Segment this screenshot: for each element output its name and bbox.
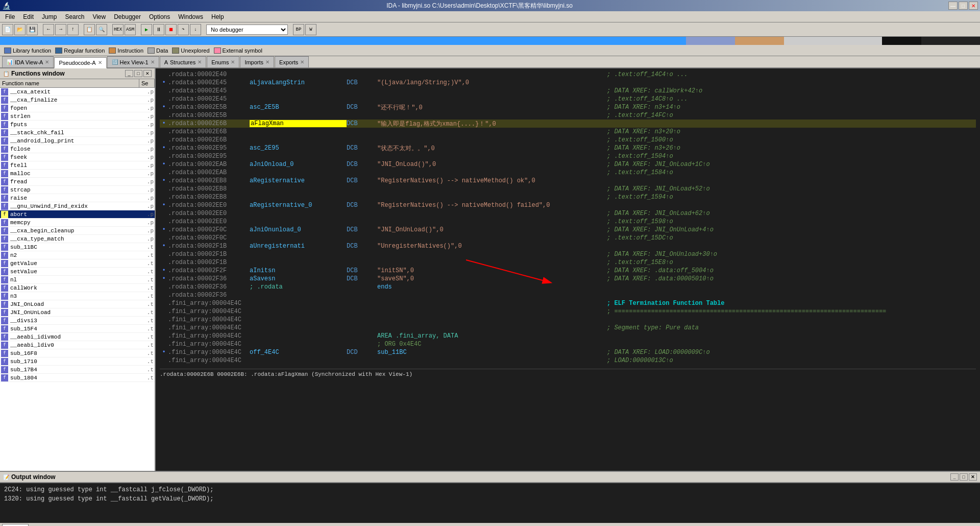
function-list-item[interactable]: fmemcpy.p <box>0 219 155 227</box>
function-list-item[interactable]: fsub_1710.t <box>0 357 155 366</box>
function-list-item[interactable]: fsub_1804.t <box>0 374 155 382</box>
function-list-item[interactable]: fgetValue.t <box>0 259 155 268</box>
function-list-item[interactable]: fraise.p <box>0 194 155 202</box>
function-list-item[interactable]: fn3.t <box>0 292 155 300</box>
asm-line[interactable]: .rodata:00002F1B; .text:off_15E8↑o <box>160 258 976 267</box>
asm-line[interactable]: •.rodata:00002F1BaUnregisternati DCB"Unr… <box>160 242 976 250</box>
function-list-item[interactable]: f__gnu_Unwind_Find_exidx.p <box>0 202 155 210</box>
asm-line[interactable]: .rodata:00002F0C; .text:off_15DC↑o <box>160 234 976 242</box>
asm-line[interactable]: .rodata:00002F1B; DATA XREF: JNI_OnUnloa… <box>160 250 976 258</box>
function-list-item[interactable]: fstrcap.p <box>0 186 155 194</box>
asm-line[interactable]: .rodata:00002E5B; .text:off_14FC↑o <box>160 111 976 119</box>
asm-line[interactable]: .rodata:00002F36 <box>160 291 976 299</box>
asm-line[interactable]: •.rodata:00002F0CaJniOnunload_0 DCB"JNI_… <box>160 226 976 234</box>
ida-view[interactable]: .rodata:00002E40; .text:off_14C4↑o ...•.… <box>156 68 980 471</box>
function-list-item[interactable]: ffputs.p <box>0 121 155 129</box>
output-panel-minimize[interactable]: _ <box>950 473 959 481</box>
toolbar-step-over[interactable]: ↷ <box>178 24 189 35</box>
function-list-item[interactable]: ffseek.p <box>0 153 155 161</box>
asm-line[interactable]: .rodata:00002EAB; .text:off_1584↑o <box>160 169 976 177</box>
functions-panel-minimize[interactable]: _ <box>125 70 133 77</box>
asm-line[interactable]: .rodata:00002E6B; .text:off_1500↑o <box>160 136 976 144</box>
toolbar-copy[interactable]: 📋 <box>84 24 95 35</box>
toolbar-up[interactable]: ↑ <box>67 24 79 35</box>
toolbar-save[interactable]: 💾 <box>27 24 38 35</box>
function-list-item[interactable]: f__divsi3.t <box>0 317 155 325</box>
asm-line[interactable]: .fini_array:00004E4CAREA .fini_array, DA… <box>160 332 976 340</box>
function-list-item[interactable]: ffopen.p <box>0 104 155 112</box>
function-list[interactable]: f__cxa_atexit.pf__cxa_finalize.pffopen.p… <box>0 88 155 471</box>
function-list-item[interactable]: fnl.t <box>0 276 155 284</box>
toolbar-step-into[interactable]: ↓ <box>190 24 201 35</box>
tab-ida-view[interactable]: 📊 IDA View-A ✕ <box>2 56 54 67</box>
function-list-item[interactable]: fftell.p <box>0 161 155 170</box>
toolbar-search[interactable]: 🔍 <box>96 24 107 35</box>
tab-hex-view[interactable]: 🔢 Hex View-1 ✕ <box>107 56 159 67</box>
asm-line[interactable]: •.fini_array:00004E4Coff_4E4C DCDsub_11B… <box>160 348 976 356</box>
asm-line[interactable]: .fini_array:00004E4C; ==================… <box>160 307 976 316</box>
tab-imports[interactable]: Imports ✕ <box>240 56 274 67</box>
tab-pseudocode-close[interactable]: ✕ <box>98 60 102 65</box>
asm-line[interactable]: .rodata:00002F36; .rodataends <box>160 283 976 291</box>
menu-search[interactable]: Search <box>62 12 87 21</box>
asm-line[interactable]: .rodata:00002EB8; .text:off_1594↑o <box>160 193 976 201</box>
toolbar-breakpoint[interactable]: BP <box>293 24 304 35</box>
asm-line[interactable]: •.rodata:00002E5Basc_2E5B DCB"还不行呢！",0; … <box>160 103 976 111</box>
toolbar-open[interactable]: 📂 <box>14 24 26 35</box>
toolbar-watch[interactable]: W <box>305 24 316 35</box>
asm-line[interactable]: •.rodata:00002EE0aRegisternative_0 DCB"R… <box>160 201 976 209</box>
menu-options[interactable]: Options <box>146 12 173 21</box>
toolbar-pause[interactable]: ⏸ <box>153 24 164 35</box>
menu-help[interactable]: Help <box>208 12 227 21</box>
asm-line[interactable]: •.rodata:00002E95asc_2E95 DCB"状态不太对。。",0… <box>160 144 976 152</box>
output-panel-close[interactable]: ✕ <box>969 473 977 481</box>
asm-line[interactable]: .fini_array:00004E4C; ELF Termination Fu… <box>160 299 976 307</box>
menu-view[interactable]: View <box>89 12 109 21</box>
tab-pseudocode[interactable]: Pseudocode-A ✕ <box>54 57 106 68</box>
function-list-item[interactable]: fsub_17B4.t <box>0 366 155 374</box>
maximize-button[interactable]: □ <box>959 2 968 10</box>
menu-debugger[interactable]: Debugger <box>111 12 144 21</box>
asm-line[interactable]: .fini_array:00004E4C <box>160 316 976 324</box>
function-list-item[interactable]: fmalloc.p <box>0 170 155 178</box>
toolbar-hex[interactable]: HEX <box>112 24 124 35</box>
tab-structures-close[interactable]: ✕ <box>198 59 202 65</box>
tab-structures[interactable]: A Structures ✕ <box>160 56 206 67</box>
menu-windows[interactable]: Windows <box>175 12 206 21</box>
function-list-item[interactable]: f__cxa_begin_cleanup.p <box>0 227 155 235</box>
output-panel-float[interactable]: □ <box>960 473 968 481</box>
function-list-item[interactable]: f__aeabi_ldiv0.t <box>0 341 155 349</box>
function-list-item[interactable]: fcallWork.t <box>0 284 155 292</box>
asm-line[interactable]: .rodata:00002EB8; DATA XREF: JNI_OnLoad+… <box>160 185 976 193</box>
toolbar-asm[interactable]: ASM <box>125 24 136 35</box>
asm-line[interactable]: .rodata:00002EE0; .text:off_1598↑o <box>160 218 976 226</box>
asm-line[interactable]: .rodata:00002E6B; DATA XREF: n3+20↑o <box>160 128 976 136</box>
function-list-item[interactable]: fsetValue.t <box>0 268 155 276</box>
function-list-item[interactable]: fsub_15F4.t <box>0 325 155 333</box>
tab-imports-close[interactable]: ✕ <box>265 59 270 65</box>
asm-line[interactable]: .rodata:00002EE0; DATA XREF: JNI_OnLoad+… <box>160 209 976 218</box>
asm-line[interactable]: .rodata:00002E45; .text:off_14C8↑o ... <box>160 95 976 103</box>
functions-panel-close[interactable]: ✕ <box>143 70 152 77</box>
function-list-item[interactable]: fJNI_OnLoad.t <box>0 300 155 308</box>
function-list-item[interactable]: ffclose.p <box>0 145 155 153</box>
asm-line[interactable]: .rodata:00002E45; DATA XREF: callWork+42… <box>160 87 976 95</box>
function-list-item[interactable]: f__android_log_print.p <box>0 137 155 145</box>
function-list-item[interactable]: fJNI_OnUnLoad.t <box>0 308 155 317</box>
function-list-item[interactable]: f__stack_chk_fail.p <box>0 129 155 137</box>
asm-line[interactable]: •.rodata:00002EB8aRegisternative DCB"Reg… <box>160 177 976 185</box>
tab-enums[interactable]: Enums ✕ <box>207 56 239 67</box>
function-list-item[interactable]: fstrlen.p <box>0 112 155 121</box>
output-tab-python[interactable]: Python <box>2 524 29 527</box>
function-list-item[interactable]: f__cxa_atexit.p <box>0 88 155 96</box>
asm-line[interactable]: •.rodata:00002F36aSavesn DCB"saveSN",0; … <box>160 275 976 283</box>
menu-jump[interactable]: Jump <box>39 12 60 21</box>
function-list-item[interactable]: fsub_16F8.t <box>0 349 155 357</box>
asm-line[interactable]: .rodata:00002E40; .text:off_14C4↑o ... <box>160 70 976 79</box>
asm-line[interactable]: •.rodata:00002EABaJniOnload_0 DCB"JNI_On… <box>160 160 976 169</box>
menu-file[interactable]: File <box>2 12 18 21</box>
tab-exports-close[interactable]: ✕ <box>300 59 304 65</box>
toolbar-run[interactable]: ▶ <box>141 24 152 35</box>
function-list-item[interactable]: fn2.t <box>0 251 155 259</box>
toolbar-new[interactable]: 📄 <box>2 24 13 35</box>
